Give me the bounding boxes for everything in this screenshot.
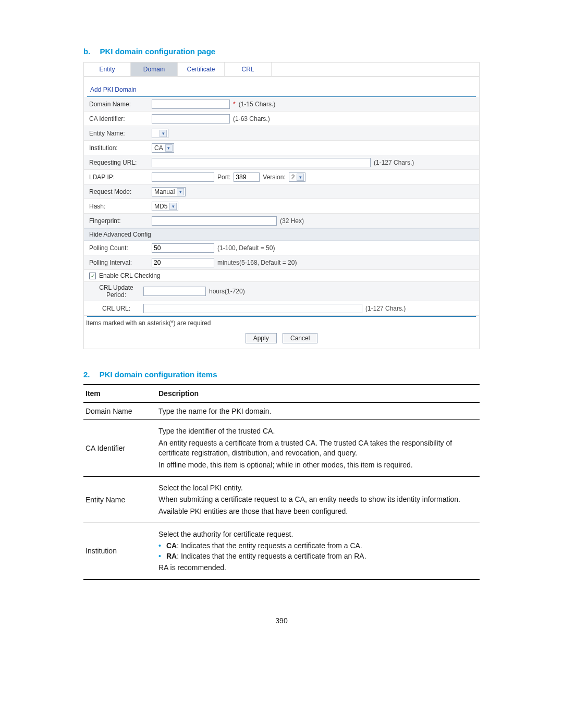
desc-p: When submitting a certificate request to… [158,495,478,504]
bullet-item: • CA: Indicates that the entity requests… [158,541,478,550]
label-institution: Institution: [89,144,152,152]
table-row: Domain Name Type the name for the PKI do… [83,402,480,420]
add-pki-domain-link[interactable]: Add PKI Domain [87,77,476,97]
th-item: Item [83,385,156,402]
cell-item-entity-name: Entity Name [83,476,156,523]
label-version: Version: [263,174,285,181]
bullet-rest: : Indicates that the entity requests a c… [177,541,362,550]
label-polling-interval: Polling Interval: [89,259,152,266]
input-crl-url[interactable] [143,304,362,313]
label-fingerprint: Fingerprint: [89,217,152,225]
input-ca-identifier[interactable] [152,114,230,124]
chevron-down-icon: ▾ [165,144,173,152]
row-enable-crl: ✓ Enable CRL Checking [84,270,479,282]
button-row: Apply Cancel [84,330,479,349]
chevron-down-icon: ▾ [297,174,304,181]
tab-entity[interactable]: Entity [84,63,131,76]
chevron-down-icon: ▾ [169,203,177,210]
tab-crl[interactable]: CRL [225,63,272,76]
table-row: CA Identifier Type the identifier of the… [83,420,480,477]
select-entity-name[interactable]: ▾ [152,129,168,138]
row-institution: Institution: CA ▾ [84,141,479,155]
cancel-button[interactable]: Cancel [283,333,317,343]
row-polling-count: Polling Count: (1-100, Default = 50) [84,241,479,255]
input-port[interactable] [234,172,260,182]
cell-desc-domain-name: Type the name for the PKI domain. [156,402,480,420]
desc-p: Select the local PKI entity. [158,483,478,493]
select-request-mode[interactable]: Manual ▾ [152,187,186,196]
row-hash: Hash: MD5 ▾ [84,199,479,214]
cell-item-institution: Institution [83,523,156,579]
bullet-item: • RA: Indicates that the entity requests… [158,552,478,561]
bullet-rest: : Indicates that the entity requests a c… [177,552,366,560]
input-crl-update-period[interactable] [143,287,206,296]
section-b-heading: b. PKI domain configuration page [83,47,480,56]
tab-certificate[interactable]: Certificate [178,63,225,76]
row-crl-update-period: CRL Update Period: hours(1-720) [84,282,479,301]
select-institution[interactable]: CA ▾ [152,143,174,153]
input-ldap-ip[interactable] [152,172,214,182]
desc-p: Select the authority for certificate req… [158,529,478,539]
desc-p: Type the identifier of the trusted CA. [158,426,478,436]
desc-p: Available PKI entities are those that ha… [158,507,478,516]
row-request-mode: Request Mode: Manual ▾ [84,184,479,199]
input-domain-name[interactable] [152,100,230,109]
section-b-text: PKI domain configuration page [100,47,216,56]
label-crl-url: CRL URL: [89,305,143,312]
hint-fingerprint: (32 Hex) [280,217,304,225]
cell-desc-institution: Select the authority for certificate req… [156,523,480,579]
apply-button[interactable]: Apply [246,333,277,343]
cell-desc-entity-name: Select the local PKI entity. When submit… [156,476,480,523]
section-b-prefix: b. [83,47,90,56]
row-requesting-url: Requesting URL: (1-127 Chars.) [84,155,479,170]
select-version[interactable]: 2 ▾ [289,172,306,182]
chevron-down-icon: ▾ [177,188,184,195]
config-items-table: Item Description Domain Name Type the na… [83,384,480,580]
label-polling-count: Polling Count: [89,244,152,252]
label-domain-name: Domain Name: [89,101,152,108]
label-port: Port: [217,174,230,181]
label-crl-update-period: CRL Update Period: [89,284,143,299]
desc-p: An entity requests a certificate from a … [158,438,478,458]
table-row: Institution Select the authority for cer… [83,523,480,579]
bullet-strong: CA [166,541,177,550]
tab-bar: Entity Domain Certificate CRL [84,63,479,77]
hint-ca-identifier: (1-63 Chars.) [233,115,270,122]
input-polling-interval[interactable] [152,258,214,267]
input-requesting-url[interactable] [152,158,371,167]
hint-polling-interval: minutes(5-168, Default = 20) [217,259,297,266]
desc-p: In offline mode, this item is optional; … [158,460,478,470]
required-note: Items marked with an asterisk(*) are req… [84,317,479,330]
label-request-mode: Request Mode: [89,188,152,195]
bullet-icon: • [158,552,161,561]
row-ldap-ip: LDAP IP: Port: Version: 2 ▾ [84,170,479,184]
row-entity-name: Entity Name: ▾ [84,126,479,141]
input-fingerprint[interactable] [152,216,277,226]
required-marker: * [233,101,236,108]
select-hash-value: MD5 [154,203,167,210]
th-description: Description [156,385,480,402]
label-entity-name: Entity Name: [89,130,152,137]
page-number: 390 [83,616,480,625]
row-crl-url: CRL URL: (1-127 Chars.) [84,301,479,316]
desc-p: RA is recommended. [158,563,478,573]
hint-domain-name: (1-15 Chars.) [239,101,276,108]
row-domain-name: Domain Name: * (1-15 Chars.) [84,97,479,112]
hint-requesting-url: (1-127 Chars.) [374,159,414,166]
label-hash: Hash: [89,203,152,210]
label-ldap-ip: LDAP IP: [89,174,152,181]
select-request-mode-value: Manual [154,188,175,195]
tab-domain[interactable]: Domain [131,63,178,76]
checkbox-enable-crl[interactable]: ✓ [89,273,96,279]
row-polling-interval: Polling Interval: minutes(5-168, Default… [84,255,479,270]
select-hash[interactable]: MD5 ▾ [152,202,178,211]
hide-advanced-config-toggle[interactable]: Hide Advanced Config [84,228,479,241]
select-institution-value: CA [154,144,163,152]
cell-desc-ca-identifier: Type the identifier of the trusted CA. A… [156,420,480,477]
cell-item-ca-identifier: CA Identifier [83,420,156,477]
row-ca-identifier: CA Identifier: (1-63 Chars.) [84,112,479,126]
label-enable-crl: Enable CRL Checking [99,272,161,279]
label-ca-identifier: CA Identifier: [89,115,152,122]
input-polling-count[interactable] [152,243,214,253]
label-requesting-url: Requesting URL: [89,159,152,166]
